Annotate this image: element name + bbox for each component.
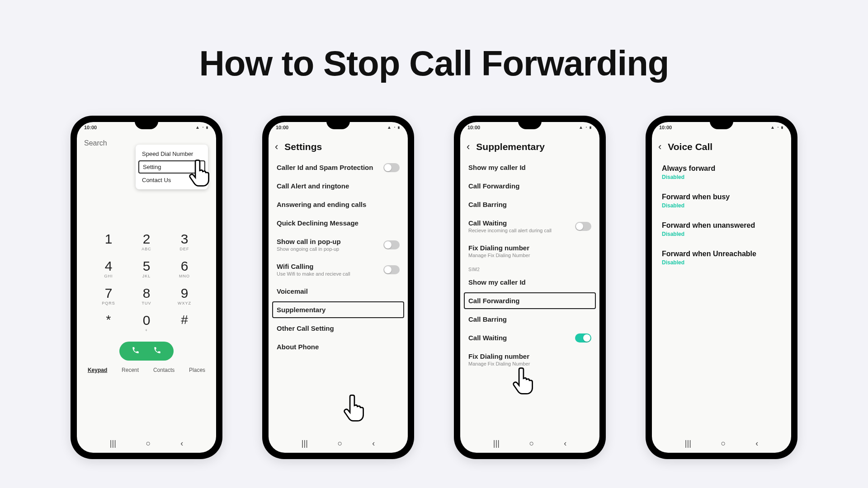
key-hash[interactable]: #	[165, 313, 203, 333]
nav-home-icon[interactable]: ○	[721, 439, 726, 448]
phone-row: 10:00 ▲ ⬝ ▮ Search Speed Dial Number Set…	[0, 116, 868, 459]
back-button[interactable]: ‹	[467, 141, 470, 153]
key-6[interactable]: 6MNO	[165, 258, 203, 278]
status-time: 10:00	[659, 125, 672, 134]
status-disabled: Disabled	[662, 202, 781, 209]
page-title: How to Stop Call Forwarding	[0, 43, 868, 84]
header: ‹ Supplementary	[460, 134, 599, 158]
key-7[interactable]: 7PQRS	[90, 286, 127, 305]
item-call-barring-2[interactable]: Call Barring	[464, 310, 596, 328]
sim2-section-label: SIM2	[464, 263, 596, 273]
key-0[interactable]: 0+	[127, 313, 165, 333]
item-wifi-calling[interactable]: Wifi Calling Use Wifi to make and reciev…	[272, 257, 404, 282]
screen-voice-call: 10:00 ▲ ⬝ ▮ ‹ Voice Call Always forward …	[652, 122, 791, 453]
toggle-call-waiting-1[interactable]	[575, 222, 591, 231]
item-show-caller-1[interactable]: Show my caller Id	[464, 158, 596, 177]
tab-places[interactable]: Places	[189, 367, 205, 373]
tab-keypad[interactable]: Keypad	[88, 367, 107, 373]
item-supplementary[interactable]: Supplementary	[272, 301, 404, 318]
screen-settings: 10:00 ▲ ⬝ ▮ ‹ Settings Caller Id and Spa…	[269, 122, 408, 453]
key-4[interactable]: 4GHI	[90, 258, 127, 278]
item-call-waiting-2[interactable]: Call Waiting	[464, 328, 596, 347]
header: ‹ Settings	[269, 134, 408, 158]
item-always-forward[interactable]: Always forward Disabled	[656, 158, 788, 187]
item-show-popup[interactable]: Show call in pop-up Show ongoing call in…	[272, 232, 404, 257]
screen-supplementary: 10:00 ▲ ⬝ ▮ ‹ Supplementary Show my call…	[460, 122, 599, 453]
nav-back-icon[interactable]: ‹	[180, 439, 183, 448]
item-voicemail[interactable]: Voicemail	[272, 282, 404, 300]
item-call-forwarding-1[interactable]: Call Forwarding	[464, 177, 596, 195]
phone-2: 10:00 ▲ ⬝ ▮ ‹ Settings Caller Id and Spa…	[262, 116, 414, 459]
menu-speed-dial[interactable]: Speed Dial Number	[136, 147, 208, 160]
item-forward-unreachable[interactable]: Forward when Unreachable Disabled	[656, 244, 788, 272]
nav-back-icon[interactable]: ‹	[372, 439, 375, 448]
nav-recent-icon[interactable]: |||	[685, 439, 691, 448]
status-disabled: Disabled	[662, 231, 781, 237]
nav-home-icon[interactable]: ○	[146, 439, 151, 448]
item-other[interactable]: Other Call Setting	[272, 319, 404, 338]
phone-4: 10:00 ▲ ⬝ ▮ ‹ Voice Call Always forward …	[646, 116, 797, 459]
voice-call-list: Always forward Disabled Forward when bus…	[652, 158, 791, 436]
tab-recent[interactable]: Recent	[122, 367, 139, 373]
item-forward-busy[interactable]: Forward when busy Disabled	[656, 187, 788, 215]
item-caller-id[interactable]: Caller Id and Spam Protection	[272, 158, 404, 177]
status-time: 10:00	[84, 125, 97, 134]
keypad: 1 2ABC 3DEF 4GHI 5JKL 6MNO 7PQRS 8TUV 9W…	[77, 231, 216, 333]
status-icons: ▲ ⬝ ▮	[770, 125, 784, 134]
item-fix-dialing-2[interactable]: Fix Dialing number Manage Fix Dialing Nu…	[464, 347, 596, 372]
back-button[interactable]: ‹	[275, 141, 278, 153]
android-nav: ||| ○ ‹	[652, 436, 791, 453]
toggle-wifi[interactable]	[383, 265, 400, 274]
nav-recent-icon[interactable]: |||	[302, 439, 308, 448]
key-star[interactable]: *	[90, 313, 127, 333]
nav-home-icon[interactable]: ○	[338, 439, 343, 448]
phone-3: 10:00 ▲ ⬝ ▮ ‹ Supplementary Show my call…	[454, 116, 606, 459]
settings-list: Caller Id and Spam Protection Call Alert…	[269, 158, 408, 436]
status-disabled: Disabled	[662, 174, 781, 180]
phone-icon	[132, 346, 140, 356]
nav-recent-icon[interactable]: |||	[110, 439, 116, 448]
android-nav: ||| ○ ‹	[460, 436, 599, 453]
options-menu: Speed Dial Number Setting Contact Us	[136, 145, 208, 189]
toggle-popup[interactable]	[383, 240, 400, 249]
item-show-caller-2[interactable]: Show my caller Id	[464, 273, 596, 291]
call-button-row	[77, 342, 216, 361]
header-title: Settings	[284, 141, 322, 152]
item-call-barring-1[interactable]: Call Barring	[464, 195, 596, 214]
item-forward-unanswered[interactable]: Forward when unanswered Disabled	[656, 215, 788, 244]
item-call-forwarding-2[interactable]: Call Forwarding	[464, 292, 596, 309]
key-5[interactable]: 5JKL	[127, 258, 165, 278]
toggle-caller-id[interactable]	[383, 163, 400, 172]
item-call-alert[interactable]: Call Alert and ringtone	[272, 177, 404, 195]
nav-recent-icon[interactable]: |||	[493, 439, 500, 448]
item-fix-dialing-1[interactable]: Fix Dialing number Manage Fix Dialing Nu…	[464, 239, 596, 263]
nav-back-icon[interactable]: ‹	[755, 439, 758, 448]
key-1[interactable]: 1	[90, 231, 127, 251]
status-time: 10:00	[276, 125, 288, 134]
header: ‹ Voice Call	[652, 134, 791, 158]
item-about[interactable]: About Phone	[272, 338, 404, 356]
nav-back-icon[interactable]: ‹	[564, 439, 566, 448]
back-button[interactable]: ‹	[658, 141, 661, 153]
menu-contact-us[interactable]: Contact Us	[136, 174, 208, 187]
menu-setting[interactable]: Setting	[138, 160, 205, 174]
android-nav: ||| ○ ‹	[269, 436, 408, 453]
item-call-waiting-1[interactable]: Call Waiting Recieve incoming call alert…	[464, 214, 596, 239]
nav-home-icon[interactable]: ○	[529, 439, 534, 448]
phone-1: 10:00 ▲ ⬝ ▮ Search Speed Dial Number Set…	[71, 116, 222, 459]
key-9[interactable]: 9WXYZ	[165, 286, 203, 305]
status-icons: ▲ ⬝ ▮	[387, 125, 401, 134]
call-button[interactable]	[119, 342, 174, 361]
status-icons: ▲ ⬝ ▮	[579, 125, 592, 134]
tab-contacts[interactable]: Contacts	[153, 367, 175, 373]
header-title: Supplementary	[476, 141, 545, 152]
screen-dialer: 10:00 ▲ ⬝ ▮ Search Speed Dial Number Set…	[77, 122, 216, 453]
item-quick-decline[interactable]: Quick Declining Message	[272, 214, 404, 232]
item-answering[interactable]: Answering and ending calls	[272, 195, 404, 214]
toggle-call-waiting-2[interactable]	[575, 333, 591, 343]
key-3[interactable]: 3DEF	[165, 231, 203, 251]
key-2[interactable]: 2ABC	[127, 231, 165, 251]
status-icons: ▲ ⬝ ▮	[195, 125, 209, 134]
header-title: Voice Call	[668, 141, 712, 152]
key-8[interactable]: 8TUV	[127, 286, 165, 305]
